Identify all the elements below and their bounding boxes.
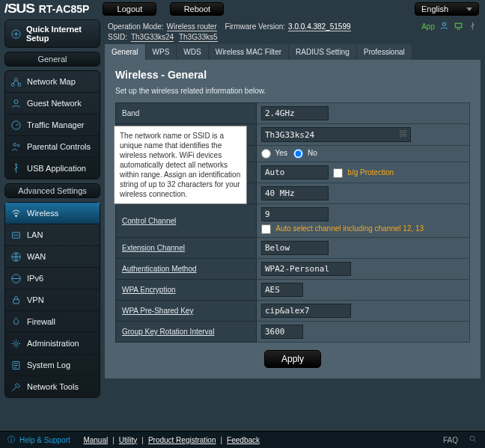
sidebar-item-ipv6[interactable]: IPv6 [5, 268, 100, 289]
label-group-key-rotation[interactable]: Group Key Rotation Interval [122, 328, 214, 336]
qr-icon[interactable] [399, 129, 407, 140]
svg-rect-13 [13, 299, 19, 304]
footer-link-utility[interactable]: Utility [119, 436, 137, 444]
sidebar-item-lan[interactable]: LAN [5, 224, 100, 246]
sidebar-item-guest-network[interactable]: Guest Network [5, 93, 100, 114]
label-band: Band [116, 103, 257, 124]
section-header-advanced: Advanced Settings [4, 183, 100, 198]
wan-icon [10, 251, 22, 263]
tab-wds[interactable]: WDS [177, 44, 208, 60]
svg-point-2 [11, 83, 14, 86]
svg-point-3 [18, 83, 21, 86]
footer-link-manual[interactable]: Manual [83, 436, 108, 444]
search-icon[interactable] [469, 435, 478, 445]
sidebar-item-network-tools[interactable]: Network Tools [5, 376, 100, 397]
tab-mac-filter[interactable]: Wireless MAC Filter [209, 44, 289, 60]
svg-rect-18 [400, 131, 403, 133]
label-wpa-psk[interactable]: WPA Pre-Shared Key [122, 307, 193, 315]
sidebar-item-network-map[interactable]: Network Map [5, 71, 100, 93]
quick-internet-setup-button[interactable]: Quick Internet Setup [4, 19, 100, 48]
chevron-down-icon [466, 7, 472, 11]
svg-point-7 [17, 144, 19, 147]
section-header-general: General [4, 52, 100, 67]
label-wpa-encryption[interactable]: WPA Encryption [122, 286, 176, 294]
label-control-channel[interactable]: Control Channel [122, 217, 176, 225]
help-icon: ⓘ [7, 435, 15, 445]
wpa-psk-input[interactable]: cip&alex7 [261, 304, 351, 318]
channel-bandwidth-select[interactable]: 40 MHz [261, 186, 329, 200]
wireless-mode-select[interactable]: Auto [261, 165, 329, 179]
sidebar-item-label: Parental Controls [27, 142, 91, 151]
help-support-link[interactable]: Help & Support [19, 436, 70, 444]
app-link[interactable]: App [421, 22, 435, 31]
qis-icon [10, 28, 22, 40]
network-map-icon [10, 76, 22, 88]
language-select[interactable]: English [415, 2, 479, 16]
network-tools-icon [10, 381, 22, 393]
parental-controls-icon [10, 141, 22, 153]
usb-status-icon[interactable] [468, 21, 478, 32]
ssid-input[interactable]: Th3G33ks24 [261, 127, 411, 142]
sidebar-item-firewall[interactable]: Firewall [5, 311, 100, 333]
svg-rect-17 [455, 23, 462, 27]
hide-ssid-no[interactable]: No [293, 149, 317, 157]
footer-link-product-registration[interactable]: Product Registration [148, 436, 216, 444]
auto-channel-label: Auto select channel including channel 12… [275, 224, 424, 233]
panel-desc: Set up the wireless related information … [115, 87, 470, 95]
vpn-icon [10, 294, 22, 306]
svg-point-4 [14, 99, 18, 103]
label-extension-channel[interactable]: Extension Channel [122, 244, 185, 252]
sidebar-item-label: LAN [27, 230, 43, 239]
ssid-24[interactable]: Th3G33ks24 [131, 33, 174, 42]
sidebar-item-label: VPN [27, 295, 44, 304]
footer: ⓘ Help & Support Manual | Utility | Prod… [0, 431, 485, 448]
sidebar-item-parental-controls[interactable]: Parental Controls [5, 136, 100, 158]
usb-icon [10, 162, 22, 174]
control-channel-select[interactable]: 9 [261, 207, 329, 221]
sidebar-item-vpn[interactable]: VPN [5, 289, 100, 311]
sidebar-item-administration[interactable]: Administration [5, 333, 100, 355]
sidebar-item-label: Firewall [27, 317, 55, 326]
auth-method-select[interactable]: WPA2-Personal [261, 262, 351, 276]
opmode-value[interactable]: Wireless router [167, 22, 217, 31]
tab-wps[interactable]: WPS [146, 44, 177, 60]
nav-general: Network Map Guest Network Traffic Manage… [4, 70, 100, 179]
reboot-button[interactable]: Reboot [170, 2, 224, 16]
hide-ssid-yes[interactable]: Yes [261, 149, 287, 157]
apply-button[interactable]: Apply [264, 350, 321, 368]
logout-button[interactable]: Logout [103, 2, 156, 16]
bg-protection-checkbox[interactable] [333, 168, 343, 178]
opmode-label: Operation Mode: [108, 22, 164, 31]
tab-radius[interactable]: RADIUS Setting [289, 44, 357, 60]
label-auth-method[interactable]: Authentication Method [122, 265, 197, 273]
sidebar-item-label: Network Tools [27, 382, 79, 391]
band-select[interactable]: 2.4GHz [261, 106, 329, 120]
sidebar-item-wireless[interactable]: Wireless [5, 203, 100, 224]
ssid-value: Th3G33ks24 [265, 130, 314, 140]
footer-link-feedback[interactable]: Feedback [227, 436, 260, 444]
sidebar-item-label: Traffic Manager [27, 120, 84, 129]
group-key-rotation-input[interactable]: 3600 [261, 325, 303, 339]
tab-general[interactable]: General [105, 44, 146, 60]
sidebar-item-usb-application[interactable]: USB Application [5, 158, 100, 179]
qis-label-1: Quick Internet [26, 25, 82, 34]
sidebar-item-label: USB Application [27, 164, 86, 173]
ssid-5[interactable]: Th3G33ks5 [179, 33, 218, 42]
sidebar-item-label: System Log [27, 360, 70, 369]
ipv6-icon [10, 272, 22, 284]
ssid-help-tooltip: The network name or SSID is a unique nam… [114, 126, 247, 204]
auto-channel-checkbox[interactable] [261, 224, 271, 234]
sidebar-item-system-log[interactable]: System Log [5, 355, 100, 376]
wpa-encryption-select[interactable]: AES [261, 283, 303, 297]
fw-value[interactable]: 3.0.0.4.382_51599 [288, 22, 350, 31]
tab-professional[interactable]: Professional [357, 44, 412, 60]
user-status-icon[interactable] [439, 21, 449, 32]
sidebar-item-traffic-manager[interactable]: Traffic Manager [5, 114, 100, 136]
svg-point-9 [15, 215, 16, 216]
nav-advanced: Wireless LAN WAN IPv6 VPN Firewall [4, 202, 100, 398]
footer-faq[interactable]: FAQ [443, 436, 458, 444]
sidebar-item-wan[interactable]: WAN [5, 246, 100, 268]
clients-status-icon[interactable] [454, 21, 463, 32]
extension-channel-select[interactable]: Below [261, 241, 329, 255]
wireless-tabs: General WPS WDS Wireless MAC Filter RADI… [105, 44, 481, 60]
